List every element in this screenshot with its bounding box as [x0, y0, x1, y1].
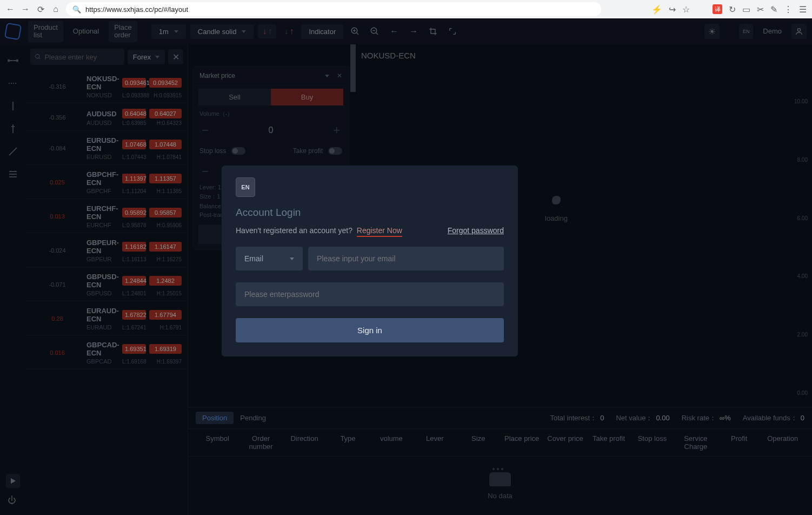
url-text: https://www.sxhjas.cc/pc/#/layout [85, 5, 188, 14]
kebab-icon[interactable]: ⋮ [784, 4, 793, 15]
forward-icon[interactable]: → [21, 4, 30, 14]
back-icon[interactable]: ← [5, 4, 15, 14]
browser-toolbar: ← → ⟳ ⌂ 🔍 https://www.sxhjas.cc/pc/#/lay… [0, 0, 812, 18]
search-icon: 🔍 [72, 5, 81, 14]
register-link[interactable]: Register Now [357, 226, 402, 237]
signin-button[interactable]: Sign in [236, 318, 504, 342]
favorite-icon[interactable]: ☆ [682, 4, 690, 15]
id-type-dropdown[interactable]: Email [236, 247, 303, 270]
chevron-down-icon [290, 258, 294, 260]
url-bar[interactable]: 🔍 https://www.sxhjas.cc/pc/#/layout [66, 2, 601, 16]
share-icon[interactable]: ↪ [669, 4, 676, 15]
edit-icon[interactable]: ✎ [770, 4, 777, 15]
scissors-icon[interactable]: ✂ [757, 4, 764, 15]
language-badge[interactable]: EN [236, 177, 255, 197]
email-field[interactable] [308, 247, 504, 270]
password-field[interactable] [236, 282, 504, 306]
hamburger-icon[interactable]: ☰ [799, 4, 807, 15]
bolt-icon[interactable]: ⚡ [651, 4, 662, 15]
forgot-password-link[interactable]: Forgot password [448, 226, 504, 235]
home-icon[interactable]: ⌂ [51, 4, 61, 14]
login-modal: EN Account Login Haven't registered an a… [222, 166, 518, 356]
translate-ext-icon[interactable]: 译 [713, 4, 722, 14]
register-prompt: Haven't registered an account yet? [236, 226, 352, 235]
history-icon[interactable]: ↻ [729, 4, 736, 15]
reader-icon[interactable]: ▭ [742, 4, 750, 15]
reload-icon[interactable]: ⟳ [36, 4, 45, 14]
modal-title: Account Login [236, 207, 504, 219]
